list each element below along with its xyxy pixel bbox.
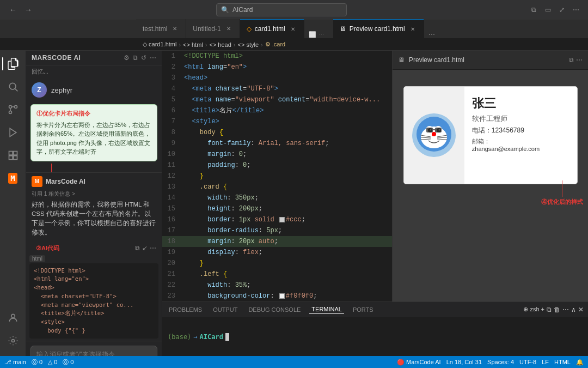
activity-debug-icon[interactable] <box>2 122 24 143</box>
terminal-tab-terminal[interactable]: TERMINAL <box>309 305 344 314</box>
code-header-row: ②AI代码 ⧉ ↙ ⋯ <box>26 241 162 255</box>
code-insert-icon[interactable]: ↙ <box>142 244 148 252</box>
svg-point-4 <box>14 106 17 108</box>
breadcrumb: ◇ card1.html › <> html › <> head › <> st… <box>0 39 588 51</box>
status-errors[interactable]: ⓪ 0 <box>32 358 42 366</box>
tab-untitled-close[interactable]: ✕ <box>224 25 233 33</box>
code-line-22: 22 width: 35%; <box>162 280 392 291</box>
titlebar-left: ← → <box>7 3 35 16</box>
breadcrumb-item-3[interactable]: <> head <box>209 41 231 48</box>
input-box[interactable] <box>30 346 157 357</box>
status-language[interactable]: HTML <box>554 359 571 365</box>
breadcrumb-item-5[interactable]: ⚙ .card <box>265 41 286 48</box>
ai-chat-area: MARSCODE AI ⚙ ⧉ ↺ ⋯ 回忆... Z zephyr ①优化卡片… <box>26 51 162 356</box>
activity-search-icon[interactable] <box>2 76 24 98</box>
preview-header-icons: ⧉ ⋯ <box>569 56 583 64</box>
tab-test-label: test.html <box>143 25 167 33</box>
terminal-delete-icon[interactable]: 🗑 <box>554 306 560 313</box>
breadcrumb-item-4[interactable]: <> style <box>238 41 259 48</box>
status-info[interactable]: ⓪ 0 <box>63 358 74 366</box>
nav-forward-button[interactable]: → <box>22 3 35 16</box>
avatar: Z <box>32 82 47 98</box>
code-line-11: 11 padding: 0; <box>162 160 392 171</box>
preview-header: 🖥 Preview card1.html ⧉ ⋯ <box>393 51 588 70</box>
code-line-23: 23 background-color: #f0f0f0; <box>162 291 392 301</box>
svg-rect-8 <box>9 152 13 155</box>
status-warnings[interactable]: △ 0 <box>48 359 57 366</box>
terminal-split-icon[interactable]: ⧉ <box>547 306 552 313</box>
code-line-9: 9 font-family: Arial, sans-serif; <box>162 138 392 149</box>
svg-point-13 <box>11 340 14 342</box>
search-text: AICard <box>232 6 253 14</box>
sidebar-header: MARSCODE AI ⚙ ⧉ ↺ ⋯ <box>26 51 162 65</box>
terminal-tab-problems[interactable]: PROBLEMS <box>167 305 204 314</box>
preview-card-wrapper: 张三 软件工程师 电话：123456789 邮箱：zhangsan@exampl… <box>403 86 578 184</box>
more-tabs-icon[interactable]: ⋯ <box>318 31 324 38</box>
sidebar-refresh-icon[interactable]: ↺ <box>141 54 146 62</box>
terminal-close-icon[interactable]: ✕ <box>578 306 584 313</box>
status-cursor[interactable]: Ln 18, Col 31 <box>446 359 482 365</box>
terminal-content: (base) → AICard <box>162 317 588 356</box>
chat-input[interactable] <box>36 351 151 357</box>
code-more-icon[interactable]: ⋯ <box>150 244 156 252</box>
code-line-2: 2 <html lang="en"> <box>162 62 392 73</box>
card-right-section: 张三 软件工程师 电话：123456789 邮箱：zhangsan@exampl… <box>464 87 577 184</box>
preview-card: 张三 软件工程师 电话：123456789 邮箱：zhangsan@exampl… <box>403 86 578 184</box>
sidebar: MARSCODE AI ⚙ ⧉ ↺ ⋯ 回忆... Z zephyr ①优化卡片… <box>26 51 162 356</box>
nav-back-button[interactable]: ← <box>7 3 20 16</box>
terminal-tab-debug[interactable]: DEBUG CONSOLE <box>246 305 303 314</box>
terminal-controls: ⊕ zsh + ⧉ 🗑 ⋯ ∧ ✕ <box>523 306 584 313</box>
tab-preview[interactable]: 🖥 Preview card1.html ✕ <box>333 19 424 38</box>
terminal-dir: AICard <box>200 333 223 341</box>
terminal-zsh-label: ⊕ zsh + <box>523 306 544 313</box>
split-icon[interactable]: ⬜ <box>309 31 316 38</box>
status-branch-icon[interactable]: ⎇ main <box>4 359 26 366</box>
activity-explorer-icon[interactable] <box>2 53 24 75</box>
code-line-5: 5 <meta name="viewport" content="width=d… <box>162 94 392 105</box>
sidebar-more-icon[interactable]: ⋯ <box>150 54 156 62</box>
activity-settings-gear-icon[interactable] <box>2 330 24 352</box>
terminal-prompt: (base) <box>168 333 191 341</box>
tab-card1[interactable]: ◇ card1.html ✕ <box>240 19 304 38</box>
preview-more[interactable]: ⋯ <box>428 31 435 38</box>
code-line-3: 3 <head> <box>162 73 392 83</box>
fullscreen-icon[interactable]: ⤢ <box>556 4 567 15</box>
status-encoding[interactable]: UTF-8 <box>519 359 536 365</box>
status-eol[interactable]: LF <box>542 359 549 365</box>
sidebar-layout-icon[interactable]: ⧉ <box>133 54 138 62</box>
code-line-6: 6 <title>名片</title> <box>162 105 392 116</box>
breadcrumb-item-2[interactable]: <> html <box>183 41 203 48</box>
activity-extensions-icon[interactable] <box>2 144 24 166</box>
terminal-tab-ports[interactable]: PORTS <box>351 305 376 314</box>
status-spaces[interactable]: Spaces: 4 <box>487 359 514 365</box>
code-lang-label: html <box>29 255 45 262</box>
preview-icon: 🖥 <box>340 25 346 33</box>
split-editor-icon[interactable]: ⧉ <box>528 4 539 15</box>
card-avatar <box>412 113 456 157</box>
tab-test[interactable]: test.html ✕ <box>136 19 186 38</box>
terminal-more-icon[interactable]: ⋯ <box>562 306 569 313</box>
status-bell-icon[interactable]: 🔔 <box>576 359 584 366</box>
breadcrumb-item-1[interactable]: ◇ card1.html <box>143 41 176 48</box>
layout-icon[interactable]: ▭ <box>542 4 553 15</box>
search-bar[interactable]: 🔍 AICard <box>216 3 347 16</box>
activity-account-icon[interactable] <box>2 307 24 329</box>
tab-untitled[interactable]: Untitled-1 ✕ <box>186 19 240 38</box>
status-marscode[interactable]: 🔴 MarsCode AI <box>397 359 441 366</box>
preview-more-icon[interactable]: ⋯ <box>576 56 583 64</box>
ai-ref-label[interactable]: 引用 1 相关信息 > <box>32 190 156 198</box>
code-editor[interactable]: 1 <!DOCTYPE html> 2 <html lang="en"> 3 <… <box>162 51 392 301</box>
tab-preview-close[interactable]: ✕ <box>408 25 417 33</box>
terminal-chevron-up-icon[interactable]: ∧ <box>571 306 576 313</box>
settings-icon[interactable]: ⋯ <box>571 4 581 15</box>
tab-card1-close[interactable]: ✕ <box>289 25 297 33</box>
code-copy-icon[interactable]: ⧉ <box>135 244 140 252</box>
preview-split-icon[interactable]: ⧉ <box>569 56 574 64</box>
tab-test-close[interactable]: ✕ <box>170 25 179 33</box>
terminal-tab-output[interactable]: OUTPUT <box>211 305 240 314</box>
sidebar-settings-icon[interactable]: ⚙ <box>124 54 130 62</box>
history-link[interactable]: 回忆... <box>26 65 162 78</box>
activity-git-icon[interactable] <box>2 99 24 120</box>
activity-marscode-icon[interactable]: M <box>2 167 24 189</box>
activity-bar: M <box>0 51 26 356</box>
